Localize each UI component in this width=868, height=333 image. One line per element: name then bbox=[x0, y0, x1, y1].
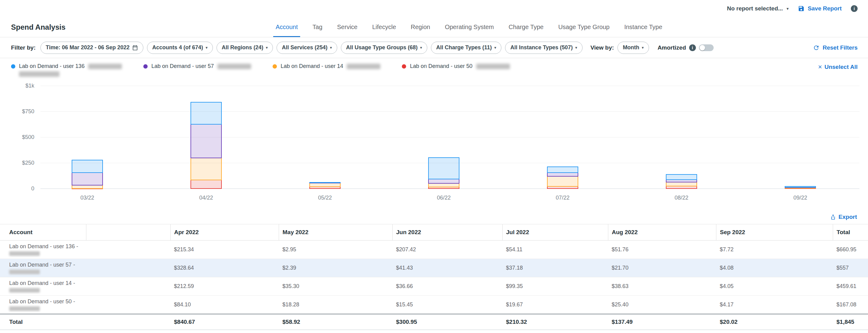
info-icon[interactable]: i bbox=[689, 44, 696, 51]
total-value-cell: $58.92 bbox=[279, 314, 392, 330]
unselect-all-button[interactable]: × Unselect All bbox=[818, 64, 858, 70]
bar-segment-lab-on-demand-user-136-08-22[interactable] bbox=[666, 174, 697, 180]
chart-area: 0$250$500$750$1k03/2204/2205/2206/2207/2… bbox=[0, 79, 868, 211]
redacted-text bbox=[9, 251, 40, 256]
legend-item-lab-on-demand-user-50[interactable]: Lab on Demand - user 50 bbox=[402, 63, 510, 77]
tabs: AccountTagServiceLifecycleRegionOperatin… bbox=[276, 17, 662, 37]
account-cell: Lab on Demand - user 136 - bbox=[0, 240, 86, 259]
export-button[interactable]: Export bbox=[830, 213, 857, 220]
legend-items: Lab on Demand - user 136Lab on Demand - … bbox=[11, 63, 510, 77]
filter-pill-label: All Usage Type Groups (68) bbox=[346, 44, 418, 51]
page-title: Spend Analysis bbox=[11, 23, 66, 32]
tab-account[interactable]: Account bbox=[276, 17, 298, 37]
filter-by-label: Filter by: bbox=[11, 44, 35, 51]
bar-segment-lab-on-demand-user-136-05-22[interactable] bbox=[310, 182, 340, 183]
bar-segment-lab-on-demand-user-50-08-22[interactable] bbox=[666, 186, 697, 189]
save-report-button[interactable]: Save Report bbox=[798, 5, 842, 12]
tab-region[interactable]: Region bbox=[411, 17, 430, 37]
tab-usage-type-group[interactable]: Usage Type Group bbox=[558, 17, 610, 37]
legend-row: Lab on Demand - user 136Lab on Demand - … bbox=[0, 58, 868, 79]
reset-filters-button[interactable]: Reset Filters bbox=[813, 44, 858, 51]
table-row[interactable]: Lab on Demand - user 57 -$328.64$2.39$41… bbox=[0, 259, 868, 277]
filter-pill-all-5[interactable]: All Charge Types (11)▾ bbox=[431, 42, 501, 54]
amortized-toggle[interactable] bbox=[699, 44, 714, 51]
reset-filters-label: Reset Filters bbox=[823, 44, 858, 51]
column-header-total: Total bbox=[833, 224, 868, 240]
spend-chart: 0$250$500$750$1k03/2204/2205/2206/2207/2… bbox=[0, 79, 868, 211]
filter-pill-all-4[interactable]: All Usage Type Groups (68)▾ bbox=[341, 42, 427, 54]
legend-item-main: Lab on Demand - user 136 bbox=[11, 63, 122, 69]
filter-pill-time-0[interactable]: Time: 06 Mar 2022 - 06 Sep 2022 bbox=[40, 42, 143, 54]
report-selector[interactable]: No report selected... ▾ bbox=[727, 5, 789, 12]
bar-segment-lab-on-demand-user-57-03-22[interactable] bbox=[72, 173, 103, 185]
legend-color-dot bbox=[143, 64, 148, 69]
filter-pill-all-2[interactable]: All Regions (24)▾ bbox=[217, 42, 273, 54]
legend-label: Lab on Demand - user 57 bbox=[151, 63, 214, 69]
redacted-text bbox=[9, 288, 40, 293]
value-cell: $212.59 bbox=[170, 277, 279, 296]
table-header-row: AccountApr 2022May 2022Jun 2022Jul 2022A… bbox=[0, 224, 868, 240]
value-cell: $4.08 bbox=[716, 259, 833, 277]
column-header-sep-2022: Sep 2022 bbox=[716, 224, 833, 240]
info-icon[interactable]: i bbox=[851, 5, 858, 12]
bar-segment-lab-on-demand-user-14-08-22[interactable] bbox=[666, 182, 697, 186]
bar-segment-lab-on-demand-user-136-09-22[interactable] bbox=[785, 187, 816, 187]
tab-charge-type[interactable]: Charge Type bbox=[509, 17, 544, 37]
value-cell: $99.35 bbox=[502, 277, 608, 296]
value-cell: $35.30 bbox=[279, 277, 392, 296]
redacted-text bbox=[217, 64, 251, 69]
bar-segment-lab-on-demand-user-57-08-22[interactable] bbox=[666, 180, 697, 182]
total-value-cell bbox=[86, 314, 170, 330]
tab-instance-type[interactable]: Instance Type bbox=[624, 17, 662, 37]
bar-segment-lab-on-demand-user-57-07-22[interactable] bbox=[547, 173, 578, 176]
bar-segment-lab-on-demand-user-50-04-22[interactable] bbox=[191, 180, 221, 189]
bar-segment-lab-on-demand-user-136-07-22[interactable] bbox=[547, 167, 578, 172]
x-axis-tick-label: 09/22 bbox=[793, 195, 807, 201]
bar-segment-lab-on-demand-user-136-03-22[interactable] bbox=[72, 160, 103, 173]
bar-segment-lab-on-demand-user-14-07-22[interactable] bbox=[547, 176, 578, 187]
tab-lifecycle[interactable]: Lifecycle bbox=[372, 17, 396, 37]
bar-segment-lab-on-demand-user-136-04-22[interactable] bbox=[191, 102, 221, 124]
y-axis-tick-label: $750 bbox=[22, 108, 34, 114]
tab-operating-system[interactable]: Operating System bbox=[445, 17, 494, 37]
table-row[interactable]: Lab on Demand - user 136 -$215.34$2.95$2… bbox=[0, 240, 868, 259]
redacted-text bbox=[347, 64, 380, 69]
caret-down-icon: ▾ bbox=[494, 45, 496, 49]
filter-pill-all-3[interactable]: All Services (254)▾ bbox=[277, 42, 337, 54]
spend-table: AccountApr 2022May 2022Jun 2022Jul 2022A… bbox=[0, 224, 868, 330]
table-row[interactable]: Lab on Demand - user 50 -$84.10$18.28$15… bbox=[0, 296, 868, 314]
view-by-select[interactable]: Month ▾ bbox=[617, 42, 649, 54]
legend-item-lab-on-demand-user-14[interactable]: Lab on Demand - user 14 bbox=[273, 63, 380, 77]
bar-segment-lab-on-demand-user-57-06-22[interactable] bbox=[429, 179, 459, 183]
filter-pills: Time: 06 Mar 2022 - 06 Sep 2022Accounts … bbox=[40, 42, 582, 54]
redacted-text bbox=[88, 64, 122, 69]
title-row: Spend Analysis AccountTagServiceLifecycl… bbox=[0, 17, 868, 37]
tab-service[interactable]: Service bbox=[337, 17, 358, 37]
bar-segment-lab-on-demand-user-136-06-22[interactable] bbox=[429, 158, 459, 179]
filter-pill-label: All Services (254) bbox=[282, 44, 328, 51]
legend-item-lab-on-demand-user-57[interactable]: Lab on Demand - user 57 bbox=[143, 63, 251, 77]
legend-item-lab-on-demand-user-136[interactable]: Lab on Demand - user 136 bbox=[11, 63, 122, 77]
value-cell bbox=[86, 259, 170, 277]
filter-pill-accounts-1[interactable]: Accounts 4 (of 674)▾ bbox=[147, 42, 213, 54]
total-value-cell: $300.95 bbox=[392, 314, 502, 330]
filter-pill-all-6[interactable]: All Instance Types (507)▾ bbox=[505, 42, 582, 54]
filter-pill-label: All Instance Types (507) bbox=[510, 44, 573, 51]
bar-segment-lab-on-demand-user-14-04-22[interactable] bbox=[191, 158, 221, 180]
bar-segment-lab-on-demand-user-14-03-22[interactable] bbox=[72, 185, 103, 189]
x-axis-tick-label: 03/22 bbox=[80, 195, 94, 201]
column-header-may-2022: May 2022 bbox=[279, 224, 392, 240]
value-cell: $557 bbox=[833, 259, 868, 277]
bar-segment-lab-on-demand-user-57-04-22[interactable] bbox=[191, 124, 221, 158]
bar-segment-lab-on-demand-user-14-06-22[interactable] bbox=[429, 183, 459, 187]
export-icon bbox=[830, 214, 836, 220]
value-cell: $2.95 bbox=[279, 240, 392, 259]
tab-tag[interactable]: Tag bbox=[312, 17, 322, 37]
top-bar: No report selected... ▾ Save Report i bbox=[0, 0, 868, 17]
table-row[interactable]: Lab on Demand - user 14 -$212.59$35.30$3… bbox=[0, 277, 868, 296]
bar-segment-lab-on-demand-user-14-05-22[interactable] bbox=[310, 183, 340, 187]
total-row-label: Total bbox=[0, 314, 86, 330]
x-axis-tick-label: 07/22 bbox=[556, 195, 569, 201]
account-cell: Lab on Demand - user 14 - bbox=[0, 277, 86, 296]
value-cell: $18.28 bbox=[279, 296, 392, 314]
